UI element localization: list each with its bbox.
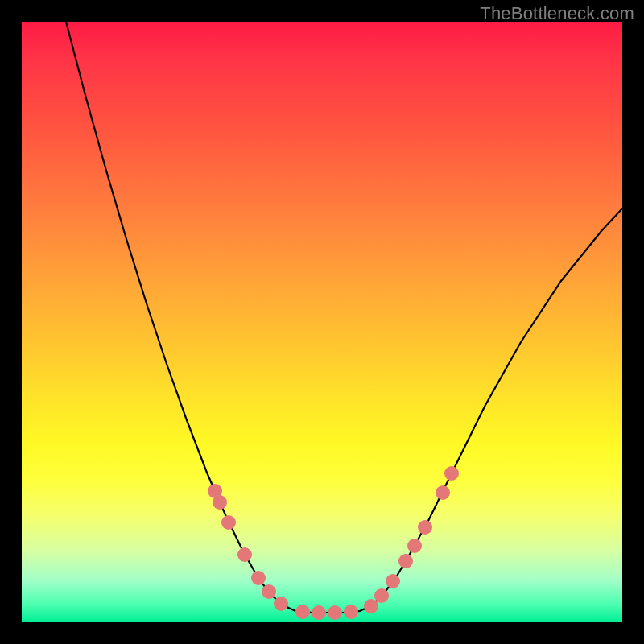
marker-dot <box>444 466 459 481</box>
marker-dot <box>328 605 342 620</box>
marker-dot <box>237 547 252 562</box>
marker-dot <box>295 605 310 619</box>
marker-dot <box>344 605 358 619</box>
marker-dot <box>262 584 276 599</box>
marker-dot <box>213 495 227 510</box>
watermark-text: TheBottleneck.com <box>480 3 634 24</box>
marker-dot <box>407 539 422 553</box>
marker-dot <box>312 605 326 620</box>
marker-dot <box>221 515 236 530</box>
bottleneck-curve <box>66 22 622 613</box>
marker-dot <box>274 597 288 611</box>
marker-dot <box>418 520 432 535</box>
marker-dot <box>374 588 389 603</box>
chart-frame: TheBottleneck.com <box>0 0 644 644</box>
marker-dot <box>436 485 450 500</box>
curve-svg <box>22 22 622 622</box>
plot-area <box>22 22 622 622</box>
marker-dot <box>251 571 266 585</box>
marker-dot <box>364 599 378 613</box>
marker-dot <box>386 574 400 588</box>
marker-dots-group <box>208 466 459 620</box>
marker-dot <box>398 554 413 568</box>
